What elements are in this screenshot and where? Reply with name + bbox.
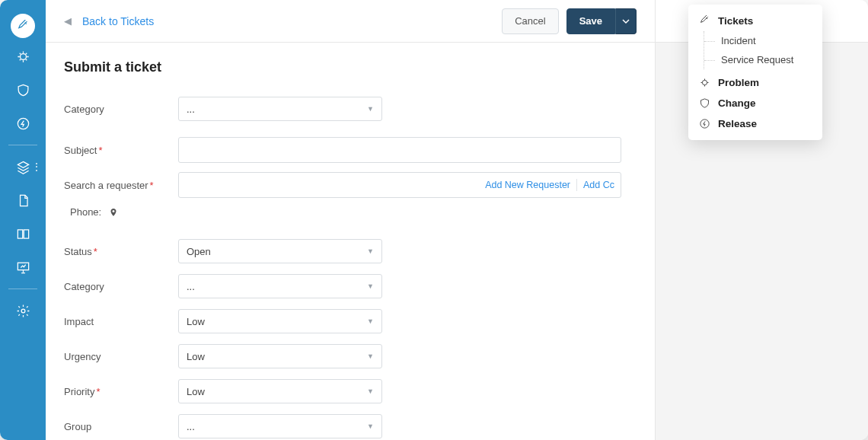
- sidebar-item-tickets[interactable]: [0, 6, 46, 40]
- sidebar-item-reports[interactable]: [0, 250, 46, 284]
- select-status[interactable]: Open ▼: [178, 239, 382, 263]
- add-new-requester-link[interactable]: Add New Requester: [485, 180, 570, 190]
- chevron-down-icon: ▼: [367, 387, 374, 395]
- left-sidebar: ⋮: [0, 0, 46, 440]
- back-link[interactable]: ◀ Back to Tickets: [64, 15, 154, 27]
- bolt-icon: [16, 116, 30, 131]
- sidebar-item-release[interactable]: [0, 107, 46, 140]
- ticket-icon: [699, 15, 710, 27]
- bolt-icon: [699, 118, 710, 129]
- sidebar-item-settings[interactable]: [0, 294, 46, 327]
- page-header: ◀ Back to Tickets Cancel Save: [46, 0, 655, 43]
- sidebar-divider: [8, 289, 37, 289]
- location-icon: [109, 207, 118, 218]
- shield-icon: [16, 83, 30, 97]
- layers-icon: [16, 160, 30, 174]
- select-group[interactable]: ... ▼: [178, 414, 382, 438]
- row-status: Status* Open ▼: [64, 238, 637, 265]
- sidebar-item-solutions[interactable]: [0, 183, 46, 217]
- svg-point-4: [702, 80, 707, 84]
- svg-point-5: [700, 120, 709, 128]
- requester-field[interactable]: Add New Requester Add Cc: [178, 172, 621, 198]
- chevron-down-icon: ▼: [367, 247, 374, 255]
- menu-item-tickets[interactable]: Tickets: [688, 11, 822, 31]
- sidebar-divider: [8, 145, 37, 145]
- save-dropdown-toggle[interactable]: [615, 8, 637, 34]
- label-requester: Search a requester*: [64, 180, 178, 191]
- chevron-down-icon: ▼: [367, 105, 374, 113]
- add-cc-link[interactable]: Add Cc: [583, 180, 614, 190]
- row-group: Group ... ▼: [64, 413, 637, 440]
- sidebar-item-inventory[interactable]: ⋮: [0, 150, 46, 183]
- sidebar-item-knowledge[interactable]: [0, 217, 46, 250]
- menu-item-service-request[interactable]: Service Request: [704, 50, 822, 69]
- svg-point-1: [18, 118, 28, 129]
- menu-item-problem[interactable]: Problem: [688, 72, 822, 93]
- menu-item-release[interactable]: Release: [688, 113, 822, 134]
- row-impact: Impact Low ▼: [64, 308, 637, 335]
- ticket-icon: [11, 14, 35, 38]
- select-priority[interactable]: Low ▼: [178, 379, 382, 403]
- bug-icon: [16, 49, 30, 64]
- label-urgency: Urgency: [64, 351, 178, 362]
- chevron-down-icon: [622, 18, 630, 25]
- row-requester: Search a requester* Add New Requester Ad…: [64, 171, 637, 199]
- bug-icon: [699, 77, 710, 88]
- label-status: Status*: [64, 246, 178, 257]
- tickets-submenu: Incident Service Request: [704, 31, 822, 69]
- menu-item-change[interactable]: Change: [688, 93, 822, 113]
- select-urgency[interactable]: Low ▼: [178, 344, 382, 368]
- label-impact: Impact: [64, 316, 178, 327]
- select-impact[interactable]: Low ▼: [178, 309, 382, 333]
- row-priority: Priority* Low ▼: [64, 378, 637, 405]
- menu-item-incident[interactable]: Incident: [704, 31, 822, 50]
- chevron-down-icon: ▼: [367, 422, 374, 430]
- label-group: Group: [64, 421, 178, 432]
- back-link-label: Back to Tickets: [82, 15, 154, 27]
- cancel-button[interactable]: Cancel: [502, 8, 558, 34]
- svg-point-3: [21, 309, 25, 313]
- presentation-icon: [16, 260, 30, 275]
- main-panel: ◀ Back to Tickets Cancel Save Submit a t…: [46, 0, 655, 440]
- select-category[interactable]: ... ▼: [178, 97, 382, 121]
- shield-icon: [699, 97, 710, 109]
- book-icon: [16, 227, 30, 241]
- svg-point-0: [20, 53, 26, 59]
- select-category2[interactable]: ... ▼: [178, 274, 382, 298]
- new-dropdown-menu: Tickets Incident Service Request Problem…: [688, 5, 822, 140]
- row-urgency: Urgency Low ▼: [64, 343, 637, 370]
- save-button-group: Save: [566, 8, 637, 34]
- sidebar-item-problem[interactable]: [0, 40, 46, 73]
- input-subject[interactable]: [178, 137, 621, 163]
- row-subject: Subject*: [64, 136, 637, 164]
- chevron-down-icon: ▼: [367, 352, 374, 360]
- sidebar-item-change[interactable]: [0, 73, 46, 107]
- app-window: ⋮ ◀ Back to Tickets Cancel Save: [0, 0, 868, 440]
- phone-row: Phone:: [70, 206, 637, 218]
- page-title: Submit a ticket: [64, 59, 637, 75]
- chevron-down-icon: ▼: [367, 282, 374, 290]
- label-priority: Priority*: [64, 386, 178, 397]
- document-icon: [16, 193, 30, 208]
- label-category: Category: [64, 104, 178, 115]
- label-subject: Subject*: [64, 145, 178, 156]
- form-content: Submit a ticket Category ... ▼ Subject* …: [46, 43, 655, 440]
- label-category2: Category: [64, 281, 178, 292]
- save-button[interactable]: Save: [566, 8, 615, 34]
- chevron-down-icon: ▼: [367, 317, 374, 325]
- row-category2: Category ... ▼: [64, 273, 637, 300]
- chevron-left-icon: ◀: [64, 15, 72, 27]
- gear-icon: [16, 304, 30, 318]
- phone-label: Phone:: [70, 206, 101, 218]
- row-category: Category ... ▼: [64, 95, 637, 123]
